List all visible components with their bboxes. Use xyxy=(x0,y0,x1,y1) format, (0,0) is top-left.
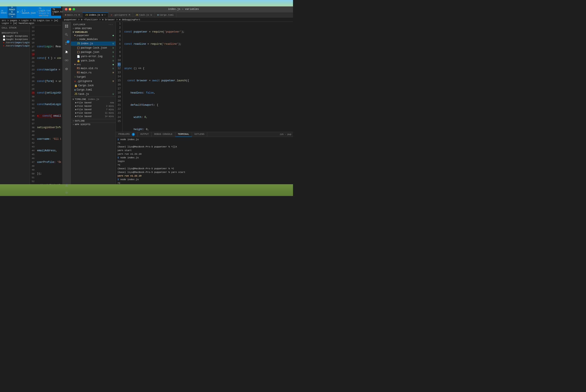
tree-node-modules[interactable]: › node_modules xyxy=(71,37,116,42)
attach-chrome-button[interactable]: ⊙ Attach to Chrom ▾ xyxy=(8,6,16,18)
timeline-item-5: File Saved 14 mins xyxy=(71,115,116,118)
caught-exceptions[interactable]: Caught Exceptions xyxy=(0,35,30,38)
tree-cargo-lock[interactable]: 🔒 Cargo.lock xyxy=(71,84,116,88)
tree-package-lock[interactable]: {} package-lock.json U xyxy=(71,46,116,50)
src-folder[interactable]: ▼ src xyxy=(71,63,116,66)
tab-close-index[interactable]: × xyxy=(104,14,106,16)
timeline-header[interactable]: ∨ TIMELINE index.js xyxy=(71,97,116,101)
tab-debug-console[interactable]: DEBUG CONSOLE xyxy=(152,132,175,137)
svg-point-17 xyxy=(66,184,67,186)
open-editors-section[interactable]: › OPEN EDITORS xyxy=(71,27,116,30)
git-file-icon: ⊙ xyxy=(74,80,76,83)
tab-task-js[interactable]: JS task.js U xyxy=(133,12,155,17)
tab-main-rs[interactable]: ⚙ main.rs M xyxy=(62,12,82,17)
mac-max-button[interactable] xyxy=(72,8,75,10)
line-numbers: 12131415 161718 19 20212223 24252627 28 … xyxy=(30,26,36,192)
source-control-badge: 9 xyxy=(66,40,70,43)
tree-yarn-lock[interactable]: 🔒 yarn.lock U xyxy=(71,59,116,63)
term-line-8: ^C xyxy=(118,163,291,167)
folder-icon: ▼ xyxy=(74,34,76,37)
debug-toolbar: JS DEBUG ⊙ Attach to Chrom ▾ ⚙ | { } lau… xyxy=(0,5,61,18)
right-code-editor: 12345 678910 11 12131415 1617181920 2122… xyxy=(116,22,293,196)
timeline-dot-2 xyxy=(75,106,76,107)
activity-run-debug[interactable] xyxy=(63,48,70,55)
uncaught-exceptions[interactable]: Caught Exceptions xyxy=(0,38,30,41)
mac-min-button[interactable] xyxy=(69,8,71,10)
bg-landscape xyxy=(0,0,293,6)
folder-target-icon: › xyxy=(74,76,76,78)
right-vscode-window: index.js — variables ⚙ main.rs M JS inde… xyxy=(62,6,293,196)
term-line-2: ^C xyxy=(118,142,291,145)
tree-main-rs[interactable]: RS main.rs M xyxy=(71,70,116,75)
login-tsx-tab-skipped[interactable]: TS Login.tsx Skipped by smartStep xyxy=(39,7,50,17)
activity-extensions[interactable] xyxy=(63,57,70,64)
json-file-icon2: {} xyxy=(77,51,80,54)
tree-target[interactable]: › target xyxy=(71,75,116,79)
rs-file-icon: RS xyxy=(77,67,80,70)
gear-icon[interactable]: ⚙ xyxy=(17,11,18,13)
term-line-4: yarn start xyxy=(118,149,291,152)
log-file-icon: 📄 xyxy=(77,55,80,58)
tab-gitlens[interactable]: GITLENS xyxy=(192,132,207,137)
terminal-shell-label: zsh - pup xyxy=(280,132,293,137)
puppeteer-folder[interactable]: ▼ puppeteer xyxy=(71,34,116,37)
outline-header[interactable]: › OUTLINE xyxy=(71,119,116,122)
activity-settings[interactable] xyxy=(63,189,70,196)
term-line-11: yarn run v1.22.19 xyxy=(118,174,291,178)
launch-json-tab[interactable]: { } launch.json xyxy=(22,10,36,14)
npm-header[interactable]: › NPM SCRIPTS xyxy=(71,123,116,126)
svg-point-4 xyxy=(65,34,67,35)
debug-mode-label: JS DEBUG xyxy=(1,10,7,14)
js-file-icon: JS xyxy=(77,42,80,45)
activity-search[interactable] xyxy=(63,31,70,38)
problems-count: 1 xyxy=(132,133,135,136)
activity-remote[interactable] xyxy=(63,66,70,72)
breakpoint-1[interactable]: ● .tsx src/pages/Login 19 xyxy=(0,41,30,44)
activity-explorer[interactable] xyxy=(63,23,70,30)
timeline-item-3: File Saved 7 mins xyxy=(71,108,116,111)
tree-gitignore[interactable]: ⊙ .gitignore M xyxy=(71,79,116,84)
modified-badge-u7: U xyxy=(112,93,114,96)
tab-output[interactable]: OUTPUT xyxy=(138,132,152,137)
tab-cargo-toml[interactable]: ⚙ Cargo.toml xyxy=(155,12,176,17)
svg-point-19 xyxy=(66,192,68,194)
svg-rect-0 xyxy=(65,24,66,26)
tree-index-js[interactable]: JS index.js U xyxy=(71,42,116,46)
tree-task-js[interactable]: JS task.js U xyxy=(71,92,116,96)
call-stack-section: CALL STACK xyxy=(0,26,30,30)
right-window-title: index.js — variables xyxy=(76,8,290,11)
debug-separator: | xyxy=(20,11,21,13)
file-explorer-sidebar: EXPLORER ··· › OPEN EDITORS ∨ VARIABLES xyxy=(71,22,116,196)
modified-badge-u2: U xyxy=(112,47,114,49)
svg-point-6 xyxy=(66,42,66,42)
editors-row: Login.tsx — react-tailwind-template JS D… xyxy=(0,0,293,196)
explorer-more-icon[interactable]: ··· xyxy=(108,24,113,26)
chevron-right-npm: › xyxy=(72,123,74,126)
left-panel-content: CALL STACK BREAKPOINTS Caught Exceptions… xyxy=(0,26,61,192)
tree-yarn-error[interactable]: 📄 yarn-error.log U xyxy=(71,54,116,59)
terminal-content[interactable]: $ node index.js ^C (base) liyu@MacBook-P… xyxy=(116,137,293,192)
breakpoint-2[interactable]: ● .tsx src/pages/Login 29 xyxy=(0,44,30,48)
tab-index-js[interactable]: JS index.js U × xyxy=(82,12,108,17)
left-code-editor: 12131415 161718 19 20212223 24252627 28 … xyxy=(30,26,61,192)
activity-account[interactable] xyxy=(63,182,70,189)
editor-main: 12131415 161718 19 20212223 24252627 28 … xyxy=(30,26,61,192)
mac-close-button[interactable] xyxy=(65,8,68,10)
outline-section: › OUTLINE xyxy=(71,119,116,122)
tab-terminal[interactable]: TERMINAL xyxy=(175,132,192,137)
lock-file-icon: 🔒 xyxy=(77,59,80,62)
tab-gitignore[interactable]: ⊙ .gitignore M xyxy=(108,12,133,17)
activity-source-control[interactable]: 9 xyxy=(63,40,70,47)
task-js-icon: JS xyxy=(74,93,77,96)
modified-badge-u5: U xyxy=(112,60,114,62)
json-file-icon: {} xyxy=(77,46,80,50)
panel-tabs: PROBLEMS 1 OUTPUT DEBUG CONSOLE TERMINAL… xyxy=(116,132,293,137)
explorer-header: EXPLORER ··· xyxy=(71,22,116,27)
right-title-bar: index.js — variables xyxy=(62,6,293,12)
tree-cargo-toml[interactable]: ⚙ Cargo.toml xyxy=(71,88,116,92)
variables-section[interactable]: ∨ VARIABLES xyxy=(71,30,116,34)
tab-problems[interactable]: PROBLEMS 1 xyxy=(116,132,138,137)
folder-icon: › xyxy=(77,38,78,41)
tree-main-old-rs[interactable]: RS main.old.rs U xyxy=(71,66,116,70)
tree-package-json[interactable]: {} package.json U xyxy=(71,50,116,54)
